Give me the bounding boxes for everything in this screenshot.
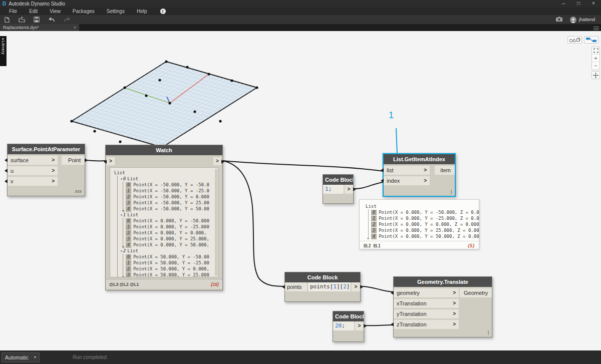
input-port-list[interactable]: list> bbox=[384, 166, 430, 175]
node-code-block-1[interactable]: Code Block 1; > bbox=[323, 174, 354, 204]
minimize-button[interactable]: – bbox=[556, 0, 571, 8]
lacing-indicator[interactable]: | bbox=[451, 189, 452, 194]
library-panel-tab[interactable]: ▶ Library bbox=[0, 36, 7, 66]
view-toggle-group bbox=[567, 36, 598, 44]
node-title[interactable]: Code Block bbox=[323, 175, 353, 185]
menu-item-packages[interactable]: Packages bbox=[67, 8, 101, 15]
node-title[interactable]: Surface.PointAtParameter bbox=[8, 144, 85, 154]
menu-item-settings[interactable]: Settings bbox=[101, 8, 131, 15]
redo-button[interactable] bbox=[64, 17, 71, 23]
notifications-icon[interactable]: ! bbox=[160, 9, 166, 14]
lacing-levels[interactable]: @L3 @L2 @L1 bbox=[109, 282, 139, 287]
watch-input-port[interactable]: > bbox=[107, 157, 115, 165]
preview-item-row: 0Point(X = 0.000, Y = -50.000, Z = 0.0 bbox=[371, 209, 477, 215]
port-chevron-icon: > bbox=[453, 310, 456, 318]
menu-item-help[interactable]: Help bbox=[131, 8, 153, 15]
code-block-output-port[interactable]: > bbox=[355, 321, 364, 330]
input-port-xtranslation[interactable]: xTranslation> bbox=[394, 299, 459, 308]
menu-item-view[interactable]: View bbox=[44, 8, 67, 15]
watch-group-row[interactable]: ▾0List bbox=[120, 176, 218, 182]
workspace-menu-icon[interactable] bbox=[593, 26, 599, 31]
code-block-output-port[interactable]: > bbox=[352, 282, 360, 291]
new-file-button[interactable] bbox=[4, 17, 10, 23]
tab-close-icon[interactable]: × bbox=[74, 26, 76, 30]
graph-canvas[interactable]: ▶ Library + − bbox=[0, 31, 601, 350]
node-list-getitematindex[interactable]: List.GetItemAtIndex list> index> item | bbox=[383, 153, 456, 197]
user-avatar[interactable] bbox=[570, 17, 576, 23]
maximize-button[interactable]: □ bbox=[571, 0, 586, 8]
lacing-levels: @L2 @L1 bbox=[364, 244, 381, 248]
input-port-u[interactable]: u> bbox=[8, 166, 58, 175]
watch-item-row: 2Point(X = 0.000, Y = 0.000, bbox=[126, 230, 218, 236]
menu-bar: File Edit View Packages Settings Help ! bbox=[0, 8, 601, 15]
menu-item-file[interactable]: File bbox=[3, 8, 23, 15]
input-port-index[interactable]: index> bbox=[384, 176, 430, 185]
watch-list: List▾0List0Point(X = -50.000, Y = -50.01… bbox=[110, 167, 218, 277]
node-surface-pointatparameter[interactable]: Surface.PointAtParameter surface> u> v> … bbox=[7, 144, 85, 196]
canvas-scene bbox=[0, 31, 601, 350]
watch-root-row: List bbox=[114, 170, 218, 176]
screenshot-button[interactable] bbox=[555, 15, 563, 24]
lacing-indicator[interactable]: xxx bbox=[75, 189, 82, 194]
preview-item-row: 3Point(X = 0.000, Y = 25.000, Z = 0.00 bbox=[371, 227, 477, 233]
input-port-points[interactable]: points bbox=[285, 282, 307, 291]
save-button[interactable] bbox=[34, 17, 40, 23]
fit-view-icon bbox=[593, 48, 598, 53]
node-title[interactable]: Watch bbox=[106, 145, 222, 155]
node-code-block-points[interactable]: Code Block points points[1][2]; > bbox=[284, 272, 361, 302]
geometry-view-button[interactable] bbox=[567, 36, 582, 44]
watch-item-row: 3Point(X = -50.000, Y = 25.00 bbox=[126, 200, 218, 206]
fit-view-button[interactable] bbox=[592, 47, 599, 55]
watch-output-port[interactable]: > bbox=[213, 157, 221, 165]
menu-item-edit[interactable]: Edit bbox=[23, 8, 44, 15]
graph-view-button[interactable] bbox=[584, 36, 598, 44]
chevron-down-icon: ▾ bbox=[34, 355, 36, 359]
node-title[interactable]: Geometry.Translate bbox=[394, 277, 492, 287]
input-port-ztranslation[interactable]: zTranslation> bbox=[394, 320, 459, 329]
node-title[interactable]: Code Block bbox=[285, 272, 360, 282]
watch-group-row[interactable]: ▾1List bbox=[120, 212, 218, 218]
input-port-surface[interactable]: surface> bbox=[8, 156, 58, 165]
port-chevron-icon: > bbox=[424, 177, 427, 185]
node-title[interactable]: List.GetItemAtIndex bbox=[384, 154, 455, 164]
port-chevron-icon: > bbox=[52, 177, 55, 185]
code-block-code[interactable]: points[1][2]; bbox=[308, 282, 351, 291]
wire-watch-to-list bbox=[223, 161, 384, 171]
title-bar: D Autodesk Dynamo Studio – □ × bbox=[0, 0, 601, 8]
watch-item-row: 1Point(X = -50.000, Y = -25.0 bbox=[126, 188, 218, 194]
open-file-button[interactable] bbox=[19, 17, 25, 23]
code-block-code[interactable]: 20; bbox=[333, 321, 354, 330]
port-chevron-icon: > bbox=[453, 289, 456, 297]
output-port-item[interactable]: item bbox=[435, 166, 455, 175]
lacing-indicator[interactable]: | bbox=[488, 330, 489, 335]
input-port-v[interactable]: v> bbox=[8, 177, 58, 186]
node-code-block-20[interactable]: Code Block 20; > bbox=[333, 311, 364, 342]
window-controls: – □ × bbox=[556, 0, 601, 8]
run-mode-select[interactable]: Automatic ▾ bbox=[2, 352, 40, 362]
output-port-geometry[interactable]: Geometry bbox=[460, 288, 492, 297]
graph-view-icon bbox=[585, 37, 597, 43]
geometry-view-icon bbox=[569, 37, 580, 43]
workspace-tab[interactable]: ReplaceItems.dyn* × bbox=[0, 24, 79, 31]
zoom-in-button[interactable]: + bbox=[592, 55, 599, 62]
node-title[interactable]: Code Block bbox=[333, 311, 364, 321]
node-geometry-translate[interactable]: Geometry.Translate geometry> xTranslatio… bbox=[393, 276, 492, 337]
port-chevron-icon: > bbox=[52, 167, 55, 175]
close-button[interactable]: × bbox=[586, 0, 601, 8]
input-port-ytranslation[interactable]: yTranslation> bbox=[394, 309, 459, 318]
wire-20-to-ztranslation bbox=[364, 325, 393, 325]
watch-group-row[interactable]: ▾2List bbox=[120, 248, 218, 254]
new-file-icon bbox=[4, 17, 10, 23]
output-port-point[interactable]: Point bbox=[62, 156, 85, 165]
code-block-output-port[interactable]: > bbox=[345, 185, 353, 194]
zoom-out-button[interactable]: − bbox=[592, 62, 599, 70]
watch-item-row: 3Point(X = 0.000, Y = 25.000, bbox=[126, 236, 218, 242]
username[interactable]: jhattend bbox=[579, 17, 595, 22]
code-block-code[interactable]: 1; bbox=[323, 185, 344, 194]
node-watch[interactable]: Watch > > List▾0List0Point(X = -50.000, … bbox=[105, 145, 223, 290]
undo-button[interactable] bbox=[48, 17, 55, 23]
input-port-geometry[interactable]: geometry> bbox=[394, 288, 459, 297]
wire-points-to-geometry bbox=[361, 286, 393, 292]
pan-button[interactable] bbox=[591, 71, 600, 79]
workspace-tab-label: ReplaceItems.dyn* bbox=[3, 25, 39, 30]
